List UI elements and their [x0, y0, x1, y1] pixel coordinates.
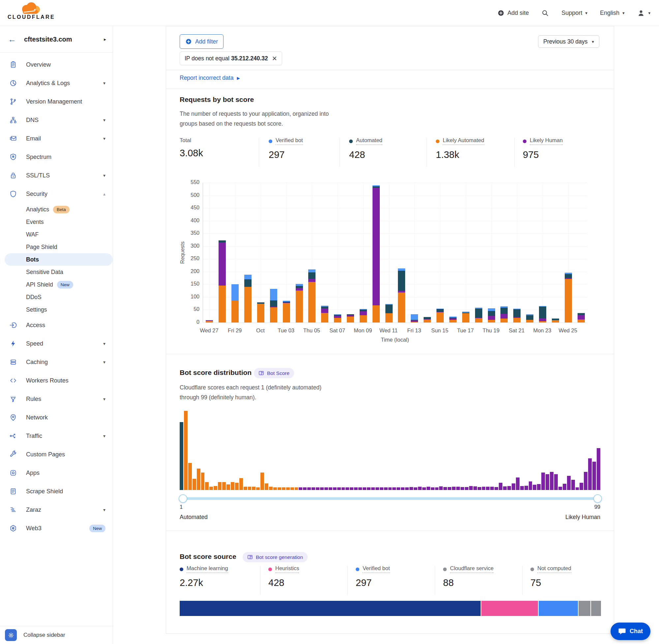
- add-site-button[interactable]: Add site: [497, 9, 529, 17]
- legend-dot: [356, 568, 359, 571]
- chart-bar: [231, 284, 239, 322]
- sidebar-subitem-analytics[interactable]: AnalyticsBeta: [0, 203, 113, 216]
- histogram-bar-score-47: [376, 487, 379, 490]
- chart-bar: [539, 306, 546, 322]
- account-menu[interactable]: ▾: [637, 9, 651, 17]
- sidebar-item-network[interactable]: Network: [0, 408, 113, 427]
- bar-segment-likely-automated: [513, 318, 521, 322]
- chart-bar: [475, 308, 482, 322]
- report-incorrect-data-link[interactable]: Report incorrect data ▶: [180, 74, 240, 82]
- sidebar-subitem-waf[interactable]: WAF: [0, 228, 113, 241]
- sidebar-subitem-api-shield[interactable]: API ShieldNew: [0, 278, 113, 291]
- support-menu[interactable]: Support ▾: [561, 9, 587, 17]
- sidebar-subitem-ddos[interactable]: DDoS: [0, 291, 113, 303]
- sidebar-item-workers-routes[interactable]: Workers Routes: [0, 371, 113, 390]
- histogram-bar-score-67: [461, 487, 464, 490]
- bar-segment-likely-automated: [270, 307, 277, 322]
- cloudflare-logo[interactable]: CLOUDFLARE: [5, 1, 57, 20]
- bar-segment-likely-human: [296, 288, 303, 291]
- bar-segment-likely-automated: [475, 318, 482, 322]
- legend-dot: [443, 568, 447, 571]
- add-filter-button[interactable]: Add filter: [180, 34, 223, 49]
- back-arrow-icon[interactable]: ←: [8, 35, 16, 44]
- sidebar-item-email[interactable]: Email▾: [0, 129, 113, 148]
- gear-icon: [7, 632, 15, 639]
- bar-segment-verified-bot: [488, 308, 495, 311]
- sidebar-subitem-sensitive-data[interactable]: Sensitive Data: [0, 266, 113, 278]
- y-axis-title: Requests: [180, 242, 186, 264]
- filter-chip[interactable]: IP does not equal 35.212.240.32 ✕: [180, 51, 282, 65]
- slider-left-label: Automated: [180, 514, 208, 521]
- divider: [427, 138, 427, 167]
- axis-tick-label: 100: [191, 294, 199, 300]
- sidebar-subitem-page-shield[interactable]: Page Shield: [0, 241, 113, 253]
- histogram-bar-score-26: [286, 487, 290, 490]
- sidebar-item-analytics-logs[interactable]: Analytics & Logs▾: [0, 74, 113, 92]
- stat-header: Likely Human: [523, 137, 563, 145]
- access-icon: [9, 321, 17, 329]
- book-icon: [247, 555, 253, 559]
- bar-segment-likely-automated: [296, 291, 303, 322]
- slider-track[interactable]: [180, 497, 601, 500]
- chevron-down-icon: ▾: [103, 396, 105, 401]
- language-menu[interactable]: English ▾: [600, 9, 625, 17]
- bar-segment-likely-automated: [539, 321, 546, 322]
- bar-segment-likely-human: [539, 318, 546, 321]
- histogram-bar-score-98: [592, 462, 596, 490]
- stat-value: 975: [523, 150, 563, 160]
- stat-header: Verified bot: [356, 565, 390, 573]
- sidebar-item-web3[interactable]: Web3New: [0, 519, 113, 537]
- slider-handle-min[interactable]: [179, 494, 187, 503]
- axis-tick-label: 400: [191, 217, 199, 224]
- sidebar-item-speed[interactable]: Speed▾: [0, 335, 113, 353]
- histogram-bar-score-49: [384, 487, 388, 490]
- collapse-sidebar-button[interactable]: Collapse sidebar: [23, 632, 65, 638]
- close-icon[interactable]: ✕: [272, 55, 277, 62]
- histogram-bar-score-23: [273, 487, 277, 490]
- histogram-bar-score-11: [222, 482, 226, 490]
- search-button[interactable]: [541, 9, 549, 17]
- histogram-bar-score-46: [371, 487, 375, 490]
- sidebar-item-rules[interactable]: Rules▾: [0, 390, 113, 408]
- bar-segment-verified-bot: [411, 314, 418, 320]
- sidebar-item-access[interactable]: Access: [0, 316, 113, 335]
- sidebar-subitem-bots[interactable]: Bots: [5, 253, 113, 266]
- sidebar-item-apps[interactable]: Apps: [0, 464, 113, 482]
- bar-segment-automated: [398, 271, 405, 291]
- sidebar-item-scrape-shield[interactable]: Scrape Shield: [0, 482, 113, 501]
- chart-bar: [462, 312, 469, 322]
- sidebar-item-ssl-tls[interactable]: SSL/TLS▾: [0, 166, 113, 185]
- histogram-bar-score-35: [324, 487, 328, 490]
- sidebar-item-zaraz[interactable]: Zaraz▾: [0, 501, 113, 519]
- sidebar-nav: OverviewAnalytics & Logs▾Version Managem…: [0, 53, 113, 626]
- histogram-bar-score-53: [401, 487, 404, 490]
- sidebar-item-version-management[interactable]: Version Management: [0, 92, 113, 111]
- sidebar-item-traffic[interactable]: Traffic▾: [0, 427, 113, 445]
- sidebar-subitem-settings[interactable]: Settings: [0, 303, 113, 316]
- chevron-right-icon[interactable]: ▸: [104, 37, 106, 42]
- date-range-select[interactable]: Previous 30 days ▾: [538, 35, 599, 48]
- sidebar-item-overview[interactable]: Overview: [0, 55, 113, 74]
- stat-automated: Automated428: [349, 137, 382, 160]
- sidebar-item-security[interactable]: Security▴: [0, 185, 113, 203]
- sidebar-item-dns[interactable]: DNS▾: [0, 111, 113, 129]
- zaraz-icon: [9, 506, 17, 514]
- histogram-bar-score-56: [414, 487, 417, 490]
- slider-handle-max[interactable]: [593, 494, 602, 503]
- sidebar-item-spectrum[interactable]: Spectrum: [0, 148, 113, 166]
- axis-tick-label: Fri 29: [228, 327, 242, 334]
- sidebar-item-custom-pages[interactable]: Custom Pages: [0, 445, 113, 464]
- sidebar-item-caching[interactable]: Caching▾: [0, 353, 113, 371]
- histogram-bar-score-42: [354, 487, 358, 490]
- chevron-down-icon: ▾: [103, 360, 105, 365]
- sidebar-subitem-events[interactable]: Events: [0, 216, 113, 228]
- bar-segment-likely-automated: [385, 313, 393, 322]
- bot-score-badge[interactable]: Bot Score: [254, 368, 294, 378]
- bot-score-generation-badge[interactable]: Bot score generation: [243, 552, 308, 562]
- gridline: [543, 183, 543, 322]
- histogram-bar-score-65: [452, 487, 455, 490]
- histogram-bar-score-17: [248, 487, 252, 490]
- chat-button[interactable]: Chat: [611, 623, 651, 640]
- bar-segment-likely-automated: [437, 312, 444, 322]
- settings-gear-button[interactable]: [5, 629, 17, 641]
